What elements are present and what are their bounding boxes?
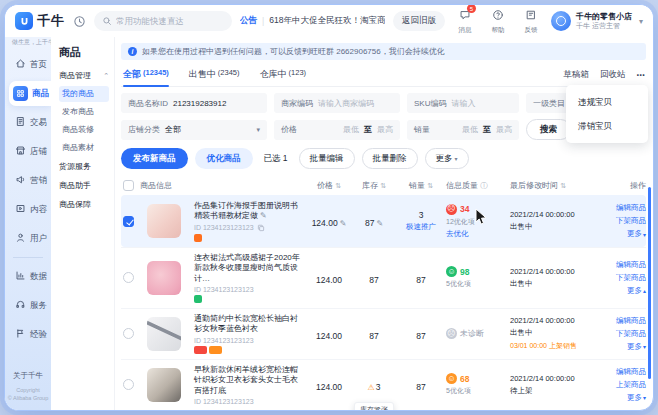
about-qianniu-link[interactable]: 关于千牛	[5, 371, 51, 381]
menu-item-unsalable-goods[interactable]: 滞销宝贝	[566, 114, 648, 138]
goods-subnav: 商品 商品管理 ⌃ 我的商品 发布商品 商品装修 商品素材 货源服务 商品助手 …	[51, 37, 115, 410]
subnav-item-supply-service[interactable]: 货源服务	[59, 159, 109, 175]
row-checkbox[interactable]	[123, 328, 134, 339]
chevron-up-icon: ▴	[643, 287, 646, 294]
product-title[interactable]: 通勤简约中长款宽松长袖白衬衫女秋季蓝色衬衣	[194, 314, 300, 335]
row-checkbox[interactable]	[123, 379, 134, 390]
sidebar-item-home[interactable]: 首页	[9, 52, 51, 77]
sidebar-item-trade[interactable]: 交易	[9, 110, 51, 135]
help-button[interactable]: 帮助	[486, 7, 510, 35]
edit-pencil-icon[interactable]: ✎	[376, 219, 383, 228]
edit-goods-link[interactable]: 编辑商品	[616, 203, 646, 213]
table-header: 商品信息 价格 ⇅ 库存 ⇅ 销量 ⇅ 信息质量 ⓘ 最后修改时间 ⇅ 操作	[121, 175, 646, 195]
tab-all[interactable]: 全部(12345)	[121, 68, 171, 86]
product-title[interactable]: 作品集订作海报手图册说明书精装书籍教材定做✎	[194, 201, 300, 222]
optimize-goods-button[interactable]: 优化商品	[195, 148, 253, 169]
search-input[interactable]	[116, 16, 224, 26]
vertical-scrollbar[interactable]	[648, 187, 651, 379]
back-to-old-version-button[interactable]: 返回旧版	[393, 11, 445, 31]
list-goods-link[interactable]: 上架商品	[616, 380, 646, 390]
topbar-tools: 5 消息 帮助 反馈	[453, 7, 543, 35]
filter-goods-name-id[interactable]: 商品名称ID 212319283912	[121, 93, 267, 113]
sidebar-item-service[interactable]: 服务	[9, 293, 51, 318]
account-menu[interactable]: 千牛的零售小店 千牛 运营主管 ▾	[551, 11, 643, 31]
sidebar-item-experience[interactable]: 经验	[9, 322, 51, 347]
select-all-checkbox[interactable]	[123, 180, 134, 191]
speed-promote-link[interactable]: 极速推广	[406, 222, 436, 232]
feedback-button[interactable]: 反馈	[519, 7, 543, 35]
info-circle-icon[interactable]: ⓘ	[480, 181, 488, 190]
low-stock-tooltip: 库存紧张	[354, 402, 394, 410]
filter-sales-range[interactable]: 销量 最低 至 最高	[407, 120, 519, 140]
bar-chart-icon	[15, 270, 26, 283]
delist-goods-link[interactable]: 下架商品	[616, 273, 646, 283]
announcement[interactable]: 公告 | 618年中大促全民狂欢！淘宝商家报名开始！	[240, 15, 385, 27]
delist-goods-link[interactable]: 下架商品	[616, 329, 646, 339]
subnav-item-goods-decoration[interactable]: 商品装修	[59, 122, 109, 138]
menu-item-violation-goods[interactable]: 违规宝贝	[566, 90, 648, 114]
row-more-link[interactable]: 更多▴	[627, 286, 646, 296]
subnav-group-goods-management[interactable]: 商品管理 ⌃	[59, 70, 109, 81]
row-more-link[interactable]: 更多▾	[627, 342, 646, 352]
subnav-item-goods-assistant[interactable]: 商品助手	[59, 178, 109, 194]
delist-goods-link[interactable]: 下架商品	[616, 216, 646, 226]
sidebar-item-data[interactable]: 数据	[9, 264, 51, 289]
publish-new-goods-button[interactable]: 发布新商品	[121, 148, 188, 169]
filter-price-range[interactable]: 价格 最低 至 最高	[274, 120, 400, 140]
product-image[interactable]	[147, 317, 181, 351]
sidebar-item-shop[interactable]: 店铺	[9, 139, 51, 164]
subnav-item-goods-material[interactable]: 商品素材	[59, 140, 109, 156]
product-image[interactable]	[147, 204, 181, 238]
logo-text: 千牛	[37, 12, 65, 30]
row-checkbox[interactable]	[123, 272, 134, 283]
batch-edit-button[interactable]: 批量编辑	[299, 148, 355, 169]
subnav-item-publish-goods[interactable]: 发布商品	[59, 104, 109, 120]
product-title[interactable]: 连衣裙法式高级感裙子2020年新款秋冬收腰显瘦时尚气质设计…	[194, 253, 300, 284]
edit-pencil-icon[interactable]: ✎	[260, 211, 267, 220]
header-stock[interactable]: 库存 ⇅	[352, 180, 396, 191]
tab-on-sale[interactable]: 出售中(2345)	[187, 68, 242, 86]
filter-sku-code[interactable]: SKU编码 请输入	[407, 93, 519, 113]
go-optimize-link[interactable]: 去优化	[446, 229, 510, 239]
edit-pencil-icon[interactable]: ✎	[340, 219, 347, 228]
header-price[interactable]: 价格 ⇅	[306, 180, 352, 191]
sidebar-item-goods[interactable]: 商品	[9, 81, 51, 106]
header-modified[interactable]: 最后修改时间 ⇅	[510, 180, 598, 191]
messages-button[interactable]: 5 消息	[453, 7, 477, 35]
row-checkbox[interactable]	[123, 216, 134, 227]
filter-shop-category-select[interactable]: 店铺分类 全部 ▾	[121, 120, 267, 140]
tab-in-warehouse[interactable]: 仓库中(123)	[258, 68, 309, 86]
draftbox-link[interactable]: 草稿箱	[564, 69, 590, 81]
sort-icon: ⇅	[380, 182, 386, 189]
sidebar-item-users[interactable]: 用户	[9, 226, 51, 251]
row-more-link[interactable]: 更多▾	[627, 229, 646, 239]
product-image[interactable]	[147, 261, 181, 295]
quick-search	[94, 11, 232, 31]
subnav-item-goods-guarantee[interactable]: 商品保障	[59, 197, 109, 213]
history-clock-icon[interactable]	[73, 15, 86, 28]
goods-grid-icon	[13, 86, 28, 101]
selected-count: 已选 1	[264, 153, 288, 165]
shop-name: 千牛的零售小店	[576, 12, 632, 22]
product-image[interactable]	[147, 368, 181, 402]
edit-goods-link[interactable]: 编辑商品	[616, 316, 646, 326]
search-button[interactable]: 搜索	[526, 119, 571, 140]
more-dots-button[interactable]: ⋯	[637, 70, 647, 80]
filter-merchant-code[interactable]: 商家编码 请输入商家编码	[274, 93, 400, 113]
batch-delete-button[interactable]: 批量删除	[362, 148, 418, 169]
sidebar-item-marketing[interactable]: 营销	[9, 168, 51, 193]
more-actions-button[interactable]: 更多 ▾	[425, 148, 469, 169]
subnav-item-my-goods[interactable]: 我的商品	[59, 86, 109, 102]
header-sales[interactable]: 销量 ⇅	[396, 180, 446, 191]
row-more-link[interactable]: 更多▾	[627, 393, 646, 403]
avatar	[551, 11, 571, 31]
edit-goods-link[interactable]: 编辑商品	[616, 260, 646, 270]
recycle-bin-link[interactable]: 回收站	[600, 69, 626, 81]
copy-icon[interactable]	[257, 224, 265, 232]
trade-doc-icon	[15, 116, 26, 129]
sort-icon: ⇅	[427, 182, 433, 189]
sidebar-item-content[interactable]: 内容	[9, 197, 51, 222]
product-title[interactable]: 早秋新款休闲羊绒衫宽松连帽针织衫女卫衣衫套头女士毛衣百搭打底	[194, 365, 300, 396]
notice-banner: i 如果您在使用过程中遇到任何问题，可以反馈到旺旺群 2662906756，我们…	[121, 43, 646, 60]
edit-goods-link[interactable]: 编辑商品	[616, 367, 646, 377]
